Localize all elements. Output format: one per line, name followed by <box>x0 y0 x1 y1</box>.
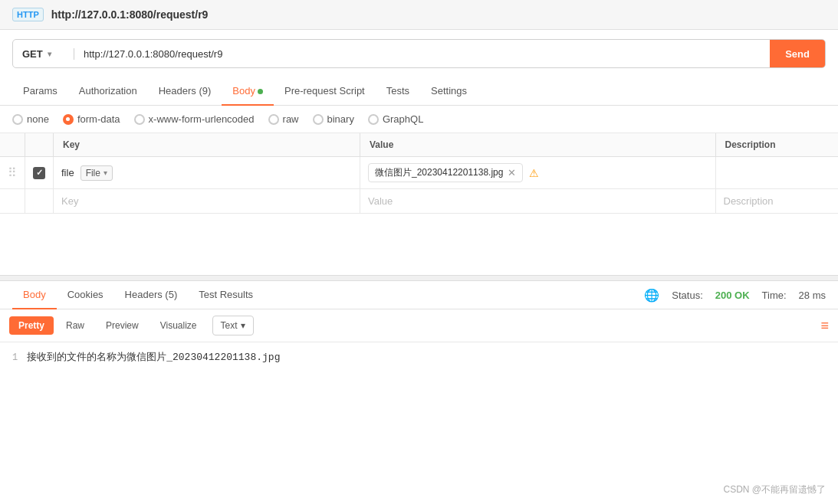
empty-key-cell[interactable]: Key <box>54 189 360 214</box>
radio-urlencoded-circle <box>134 114 145 125</box>
response-tab-body[interactable]: Body <box>12 281 57 309</box>
response-text: 接收到的文件的名称为微信图片_20230412201138.jpg <box>27 350 280 364</box>
format-tab-raw[interactable]: Raw <box>57 316 94 335</box>
tab-prerequest[interactable]: Pre-request Script <box>274 77 376 106</box>
key-value[interactable]: file <box>61 167 74 178</box>
request-tabs: Params Authorization Headers (9) Body Pr… <box>0 77 838 106</box>
method-chevron-icon: ▾ <box>48 50 51 58</box>
file-chip: 微信图片_20230412201138.jpg ✕ <box>368 163 523 182</box>
url-bar: GET ▾ Send <box>12 39 826 68</box>
key-cell: file File ▾ <box>54 157 360 189</box>
key-header: Key <box>54 133 360 157</box>
response-line-1: 1 接收到的文件的名称为微信图片_20230412201138.jpg <box>12 350 826 364</box>
response-section: Body Cookies Headers (5) Test Results 🌐 … <box>0 281 838 371</box>
line-number: 1 <box>12 352 18 363</box>
file-chevron-icon: ▾ <box>104 169 107 177</box>
body-active-dot <box>258 89 263 94</box>
remove-file-icon[interactable]: ✕ <box>508 167 516 178</box>
empty-value-cell[interactable]: Value <box>360 189 716 214</box>
response-status: 🌐 Status: 200 OK Time: 28 ms <box>644 288 826 303</box>
format-type-chevron-icon: ▾ <box>241 320 245 331</box>
tab-tests[interactable]: Tests <box>376 77 420 106</box>
drag-header <box>0 133 25 157</box>
tab-settings[interactable]: Settings <box>420 77 478 106</box>
tab-body[interactable]: Body <box>222 77 274 106</box>
top-bar: HTTP http://127.0.0.1:8080/request/r9 <box>0 0 838 30</box>
warning-icon: ⚠ <box>529 167 539 179</box>
empty-check <box>25 189 54 214</box>
empty-drag <box>0 189 25 214</box>
top-url: http://127.0.0.1:8080/request/r9 <box>51 8 209 21</box>
response-tab-cookies[interactable]: Cookies <box>57 281 114 309</box>
radio-raw[interactable]: raw <box>268 113 299 125</box>
radio-binary[interactable]: binary <box>313 113 354 125</box>
radio-urlencoded[interactable]: x-www-form-urlencoded <box>134 113 255 125</box>
radio-graphql-circle <box>368 114 379 125</box>
tab-headers[interactable]: Headers (9) <box>148 77 222 106</box>
format-tabs: Pretty Raw Preview Visualize Text ▾ ≡ <box>0 309 838 342</box>
file-name: 微信图片_20230412201138.jpg <box>375 166 503 179</box>
tab-authorization[interactable]: Authorization <box>68 77 148 106</box>
radio-none[interactable]: none <box>12 113 49 125</box>
radio-form-data-circle <box>63 114 74 125</box>
check-header <box>25 133 54 157</box>
desc-cell <box>715 157 838 189</box>
wrap-icon[interactable]: ≡ <box>820 318 829 334</box>
format-type-select[interactable]: Text ▾ <box>212 316 254 335</box>
status-label: Status: <box>672 290 702 301</box>
key-placeholder: Key <box>61 195 78 207</box>
drag-handle[interactable]: ⠿ <box>0 157 25 189</box>
time-value: 28 ms <box>799 290 826 301</box>
form-data-table-area: Key Value Description ⠿ file File ▾ <box>0 133 838 214</box>
send-button[interactable]: Send <box>770 39 825 68</box>
checkbox-icon[interactable] <box>33 167 45 179</box>
value-placeholder: Value <box>368 195 393 207</box>
watermark: CSDN @不能再留遗憾了 <box>723 483 826 496</box>
table-row-empty: Key Value Description <box>0 189 838 214</box>
radio-none-circle <box>12 114 23 125</box>
format-tab-pretty[interactable]: Pretty <box>9 316 54 335</box>
format-tab-preview[interactable]: Preview <box>97 316 148 335</box>
time-label: Time: <box>762 290 787 301</box>
radio-form-data[interactable]: form-data <box>63 113 120 125</box>
body-types: none form-data x-www-form-urlencoded raw… <box>0 106 838 133</box>
response-tabs: Body Cookies Headers (5) Test Results 🌐 … <box>0 281 838 309</box>
radio-raw-circle <box>268 114 279 125</box>
format-tab-visualize[interactable]: Visualize <box>151 316 206 335</box>
radio-binary-circle <box>313 114 324 125</box>
method-label: GET <box>22 48 43 60</box>
section-divider <box>0 275 838 281</box>
globe-icon: 🌐 <box>644 288 659 303</box>
desc-header: Description <box>715 133 838 157</box>
status-value: 200 OK <box>715 290 750 301</box>
response-body: 1 接收到的文件的名称为微信图片_20230412201138.jpg <box>0 342 838 371</box>
method-select[interactable]: GET ▾ <box>13 48 74 60</box>
form-table: Key Value Description ⠿ file File ▾ <box>0 133 838 214</box>
row-checkbox[interactable] <box>25 157 54 189</box>
radio-graphql[interactable]: GraphQL <box>368 113 423 125</box>
value-cell: 微信图片_20230412201138.jpg ✕ ⚠ <box>360 157 716 189</box>
table-row: ⠿ file File ▾ 微信图片 <box>0 157 838 189</box>
http-badge: HTTP <box>12 8 44 21</box>
empty-desc-cell[interactable]: Description <box>715 189 838 214</box>
value-header: Value <box>360 133 716 157</box>
file-type-badge[interactable]: File ▾ <box>81 165 113 181</box>
format-type-label: Text <box>221 320 238 331</box>
response-tab-headers[interactable]: Headers (5) <box>114 281 189 309</box>
url-input[interactable] <box>74 48 770 60</box>
desc-placeholder: Description <box>724 195 774 207</box>
response-tab-test-results[interactable]: Test Results <box>188 281 264 309</box>
tab-params[interactable]: Params <box>12 77 68 106</box>
